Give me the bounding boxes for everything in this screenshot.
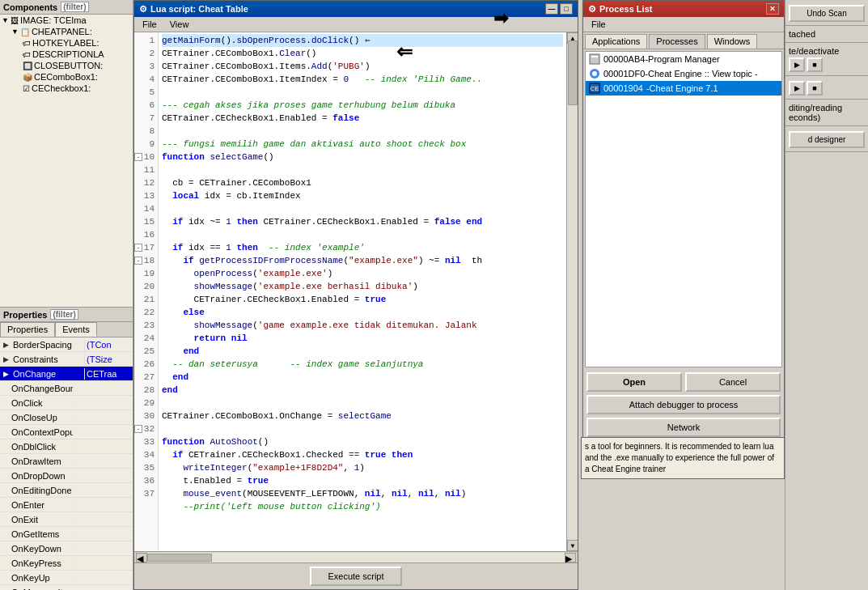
code-area[interactable]: 1 2 3 4 5 6 7 8 9 -10 11 12 13 14 15	[134, 32, 578, 551]
prop-ondropdown[interactable]: OnDropDown	[0, 469, 133, 483]
code-line-18: if getProcessIDFromProcessName("example.…	[162, 254, 563, 267]
tree-item-combobox[interactable]: 📦 CEComboBox1:	[0, 71, 133, 83]
expand-btn-32[interactable]: -	[134, 425, 142, 433]
components-filter[interactable]: (filter)	[61, 2, 88, 12]
attach-debugger-button[interactable]: Attach debugger to process	[586, 395, 781, 414]
line-num-33: 33	[134, 435, 158, 448]
prop-ondblclick[interactable]: OnDblClick	[0, 439, 133, 454]
tree-item-hotkey[interactable]: 🏷 HOTKEYLABEL:	[0, 37, 133, 49]
scroll-thumb[interactable]	[568, 40, 578, 105]
expand-btn-18[interactable]: -	[134, 257, 142, 265]
expand-btn-10[interactable]: -	[134, 153, 142, 161]
prop-arrow: ▶	[0, 341, 11, 349]
prop-onmeasureitem[interactable]: OnMeasureItem	[0, 585, 133, 590]
process-item-2[interactable]: CE 00001904 -Cheat Engine 7.1	[586, 81, 781, 96]
prop-arrow-constraints: ▶	[0, 355, 11, 363]
hscroll-right[interactable]: ▶	[565, 553, 576, 562]
prop-name-oncloseup: OnCloseUp	[0, 412, 73, 423]
properties-panel: Properties (filter) Properties Events ▶ …	[0, 307, 133, 590]
prop-onclick[interactable]: OnClick	[0, 396, 133, 410]
tree-item-desc[interactable]: 🏷 DESCRIPTIONLA	[0, 49, 133, 60]
process-item-1[interactable]: 00001DF0-Cheat Engine :: View topic -	[586, 66, 781, 81]
prop-oncontextpopu[interactable]: OnContextPopu	[0, 425, 133, 439]
file-menu[interactable]: File	[136, 18, 163, 31]
tab-applications[interactable]: Applications	[585, 34, 647, 49]
prop-onkeypress[interactable]: OnKeyPress	[0, 556, 133, 571]
line-num-2: 2	[134, 47, 158, 60]
prop-name-onenter: OnEnter	[0, 499, 73, 511]
process-titlebar[interactable]: ⚙ Process List ✕	[583, 1, 784, 17]
scroll-down-arrow[interactable]: ▼	[567, 540, 578, 551]
code-content[interactable]: getMainForm().sbOpenProcess.doClick() ⇐ …	[159, 32, 566, 551]
tab-windows[interactable]: Windows	[707, 34, 758, 49]
play-btn-row: ▶ ■	[789, 81, 865, 96]
open-button[interactable]: Open	[586, 372, 682, 392]
process-close-button[interactable]: ✕	[766, 3, 779, 15]
expand-btn-17[interactable]: -	[134, 244, 142, 252]
minimize-button[interactable]: —	[545, 3, 558, 15]
components-header: Components (filter)	[0, 0, 133, 15]
svg-rect-0	[590, 54, 599, 64]
undo-scan-button[interactable]: Undo Scan	[789, 5, 865, 22]
line-num-17: -17	[134, 241, 158, 254]
prop-onkeyup[interactable]: OnKeyUp	[0, 571, 133, 585]
seconds-label: econds)	[789, 112, 865, 122]
properties-filter[interactable]: (filter)	[50, 309, 78, 320]
process-file-menu[interactable]: File	[585, 18, 612, 31]
deactivate-play[interactable]: ▶	[789, 57, 805, 72]
code-line-24: return nil	[162, 332, 563, 345]
prop-value-onchange: CETraa	[84, 368, 133, 380]
prop-ondrawitem[interactable]: OnDrawItem	[0, 454, 133, 469]
prop-onenter[interactable]: OnEnter	[0, 498, 133, 512]
prop-borderspacing[interactable]: ▶ BorderSpacing (TCon	[0, 337, 133, 352]
line-num-5: 5	[134, 86, 158, 99]
process-item-0[interactable]: 00000AB4-Program Manager	[586, 52, 781, 66]
hscroll-left[interactable]: ◀	[136, 553, 147, 562]
deactivate-section: te/deactivate ▶ ■	[785, 43, 868, 76]
tree-item-close[interactable]: 🔲 CLOSEBUTTON:	[0, 60, 133, 71]
tree-item-image[interactable]: ▼ 🖼 IMAGE: TCEIma	[0, 15, 133, 26]
process-name-0: 00000AB4-Program Manager	[603, 54, 720, 64]
tree-item-cheatpanel[interactable]: ▼ 📋 CHEATPANEL:	[0, 26, 133, 37]
prop-value-oncontextpopu	[73, 431, 133, 433]
deactivate-stop[interactable]: ■	[807, 57, 823, 72]
prop-onkeydown[interactable]: OnKeyDown	[0, 541, 133, 556]
prop-constraints[interactable]: ▶ Constraints (TSize	[0, 352, 133, 367]
components-label: Components	[3, 2, 57, 12]
stop-btn[interactable]: ■	[807, 81, 823, 96]
cancel-button[interactable]: Cancel	[685, 372, 781, 392]
process-menubar: File	[583, 17, 784, 32]
expand-arrow-image[interactable]: ▼	[2, 16, 9, 24]
prop-oncloseup[interactable]: OnCloseUp	[0, 410, 133, 425]
prop-onchangeboun[interactable]: OnChangeBoun	[0, 381, 133, 396]
hscroll-thumb[interactable]	[147, 554, 212, 562]
prop-value-ondblclick	[73, 446, 133, 448]
image-icon: 🖼	[11, 16, 19, 25]
prop-value-onclick	[73, 402, 133, 404]
line-num-22: 22	[134, 306, 158, 319]
prop-oneditingdone[interactable]: OnEditingDone	[0, 483, 133, 498]
prop-onchange[interactable]: ▶ OnChange CETraa	[0, 367, 133, 381]
code-line-13: local idx = cb.ItemIndex	[162, 189, 563, 202]
execute-button[interactable]: Execute script	[310, 567, 401, 586]
code-line-26: -- dan seterusya -- index game selanjutn…	[162, 358, 563, 371]
cheatpanel-icon: 📋	[20, 28, 30, 36]
designer-button[interactable]: d designer	[789, 131, 865, 148]
prop-onexit[interactable]: OnExit	[0, 512, 133, 527]
code-hscrollbar[interactable]: ◀ ▶	[134, 551, 578, 562]
view-menu[interactable]: View	[163, 18, 196, 31]
bottom-info: s a tool for beginners. It is recommende…	[581, 437, 785, 479]
play-btn[interactable]: ▶	[789, 81, 805, 96]
lua-titlebar[interactable]: ⚙ Lua script: Cheat Table — □	[134, 1, 578, 17]
maximize-button[interactable]: □	[560, 3, 573, 15]
code-line-28: end	[162, 384, 563, 397]
prop-name-onkeydown: OnKeyDown	[0, 543, 73, 554]
tab-events[interactable]: Events	[55, 322, 97, 337]
network-button[interactable]: Network	[586, 418, 781, 437]
code-vscrollbar[interactable]: ▲ ▼	[566, 32, 578, 551]
tree-item-checkbox[interactable]: ☑ CECheckbox1:	[0, 83, 133, 94]
tab-processes[interactable]: Processes	[649, 34, 705, 49]
tab-properties[interactable]: Properties	[0, 322, 55, 337]
expand-arrow-cheatpanel[interactable]: ▼	[11, 28, 19, 36]
prop-ongetitems[interactable]: OnGetItems	[0, 527, 133, 541]
